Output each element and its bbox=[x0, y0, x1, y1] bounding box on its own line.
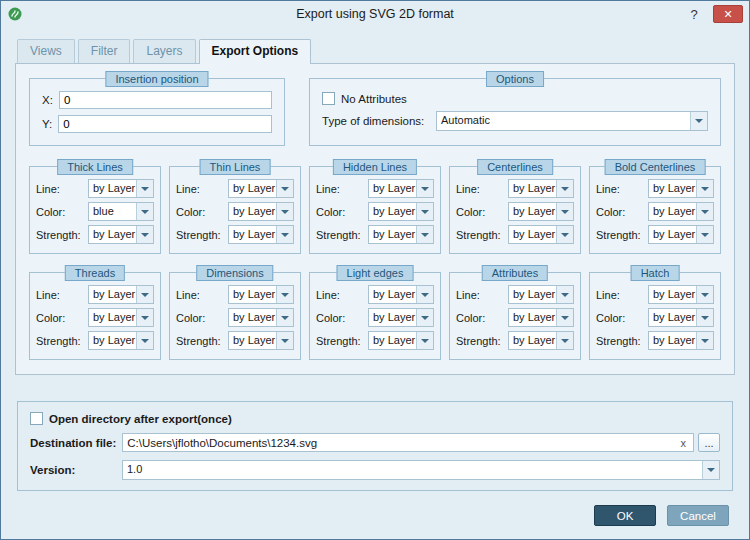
line-groups-grid: Thick Lines Line: by Layer Color: blue S… bbox=[29, 166, 721, 360]
line-style-select[interactable]: by Layer bbox=[88, 285, 154, 304]
line-style-select[interactable]: by Layer bbox=[228, 285, 294, 304]
strength-select[interactable]: by Layer bbox=[228, 331, 294, 350]
strength-select[interactable]: by Layer bbox=[508, 331, 574, 350]
line-style-select[interactable]: by Layer bbox=[508, 285, 574, 304]
strength-label: Strength: bbox=[176, 229, 228, 241]
color-label: Color: bbox=[596, 312, 648, 324]
app-icon bbox=[7, 6, 23, 22]
help-button[interactable]: ? bbox=[685, 7, 703, 22]
color-label: Color: bbox=[316, 312, 368, 324]
color-value: by Layer bbox=[369, 309, 416, 326]
color-label: Color: bbox=[316, 206, 368, 218]
chevron-down-icon bbox=[276, 203, 293, 220]
tab-filter[interactable]: Filter bbox=[78, 39, 131, 63]
chevron-down-icon bbox=[556, 332, 573, 349]
type-of-dimensions-select[interactable]: Automatic bbox=[436, 111, 708, 131]
strength-select[interactable]: by Layer bbox=[368, 225, 434, 244]
tab-export-options[interactable]: Export Options bbox=[199, 39, 312, 64]
version-select[interactable]: 1.0 bbox=[122, 460, 720, 480]
color-select[interactable]: by Layer bbox=[368, 308, 434, 327]
color-select[interactable]: by Layer bbox=[88, 308, 154, 327]
chevron-down-icon bbox=[136, 226, 153, 243]
line-group-title: Bold Centerlines bbox=[605, 159, 706, 175]
color-select[interactable]: by Layer bbox=[648, 202, 714, 221]
color-value: by Layer bbox=[229, 309, 276, 326]
line-style-select[interactable]: by Layer bbox=[508, 179, 574, 198]
color-label: Color: bbox=[36, 206, 88, 218]
chevron-down-icon bbox=[702, 461, 719, 479]
close-button[interactable]: ✕ bbox=[713, 5, 743, 23]
chevron-down-icon bbox=[276, 180, 293, 197]
line-group-title: Attributes bbox=[482, 265, 548, 281]
color-select[interactable]: by Layer bbox=[228, 202, 294, 221]
chevron-down-icon bbox=[276, 226, 293, 243]
destination-file-input[interactable]: C:\Users\jflotho\Documents\1234.svg x bbox=[122, 433, 694, 452]
open-directory-checkbox[interactable] bbox=[30, 412, 43, 425]
color-select[interactable]: by Layer bbox=[228, 308, 294, 327]
line-style-value: by Layer bbox=[509, 180, 556, 197]
browse-button[interactable]: ... bbox=[698, 433, 720, 452]
no-attributes-checkbox[interactable] bbox=[322, 92, 335, 105]
strength-select[interactable]: by Layer bbox=[228, 225, 294, 244]
strength-select[interactable]: by Layer bbox=[648, 225, 714, 244]
export-destination-group: Open directory after export(once) Destin… bbox=[17, 401, 733, 491]
clear-icon[interactable]: x bbox=[676, 437, 692, 449]
chevron-down-icon bbox=[416, 309, 433, 326]
line-style-value: by Layer bbox=[369, 180, 416, 197]
line-group-title: Threads bbox=[65, 265, 125, 281]
line-label: Line: bbox=[176, 183, 228, 195]
titlebar: Export using SVG 2D format ? ✕ bbox=[1, 1, 749, 27]
color-select[interactable]: by Layer bbox=[508, 308, 574, 327]
line-style-value: by Layer bbox=[369, 286, 416, 303]
x-input[interactable] bbox=[59, 91, 272, 109]
tab-layers[interactable]: Layers bbox=[133, 39, 195, 63]
line-style-select[interactable]: by Layer bbox=[88, 179, 154, 198]
strength-select[interactable]: by Layer bbox=[648, 331, 714, 350]
chevron-down-icon bbox=[696, 203, 713, 220]
chevron-down-icon bbox=[696, 309, 713, 326]
version-label: Version: bbox=[30, 464, 116, 476]
chevron-down-icon bbox=[276, 332, 293, 349]
strength-value: by Layer bbox=[509, 226, 556, 243]
chevron-down-icon bbox=[556, 180, 573, 197]
cancel-button[interactable]: Cancel bbox=[667, 505, 729, 526]
line-style-select[interactable]: by Layer bbox=[648, 285, 714, 304]
y-input[interactable] bbox=[58, 115, 272, 133]
color-select[interactable]: by Layer bbox=[368, 202, 434, 221]
line-label: Line: bbox=[316, 289, 368, 301]
color-label: Color: bbox=[36, 312, 88, 324]
strength-label: Strength: bbox=[316, 229, 368, 241]
line-group-title: Hidden Lines bbox=[333, 159, 417, 175]
strength-select[interactable]: by Layer bbox=[508, 225, 574, 244]
color-select[interactable]: by Layer bbox=[648, 308, 714, 327]
line-style-value: by Layer bbox=[649, 180, 696, 197]
color-value: by Layer bbox=[89, 309, 136, 326]
strength-value: by Layer bbox=[89, 332, 136, 349]
strength-select[interactable]: by Layer bbox=[88, 331, 154, 350]
color-value: by Layer bbox=[649, 203, 696, 220]
type-of-dimensions-value: Automatic bbox=[437, 112, 690, 130]
chevron-down-icon bbox=[696, 286, 713, 303]
line-style-select[interactable]: by Layer bbox=[648, 179, 714, 198]
line-group: Dimensions Line: by Layer Color: by Laye… bbox=[169, 272, 301, 360]
dialog-footer: OK Cancel bbox=[21, 505, 729, 526]
line-style-select[interactable]: by Layer bbox=[228, 179, 294, 198]
line-style-value: by Layer bbox=[89, 286, 136, 303]
color-label: Color: bbox=[596, 206, 648, 218]
color-select[interactable]: blue bbox=[88, 202, 154, 221]
line-style-select[interactable]: by Layer bbox=[368, 285, 434, 304]
tab-views[interactable]: Views bbox=[17, 39, 75, 63]
line-style-select[interactable]: by Layer bbox=[368, 179, 434, 198]
color-select[interactable]: by Layer bbox=[508, 202, 574, 221]
chevron-down-icon bbox=[276, 309, 293, 326]
ok-button[interactable]: OK bbox=[594, 505, 656, 526]
strength-label: Strength: bbox=[316, 335, 368, 347]
chevron-down-icon bbox=[556, 203, 573, 220]
strength-select[interactable]: by Layer bbox=[368, 331, 434, 350]
options-group: Options No Attributes Type of dimensions… bbox=[309, 78, 721, 146]
strength-select[interactable]: by Layer bbox=[88, 225, 154, 244]
line-group-title: Light edges bbox=[337, 265, 414, 281]
strength-value: by Layer bbox=[649, 226, 696, 243]
insertion-position-title: Insertion position bbox=[105, 71, 208, 87]
line-group: Thick Lines Line: by Layer Color: blue S… bbox=[29, 166, 161, 254]
